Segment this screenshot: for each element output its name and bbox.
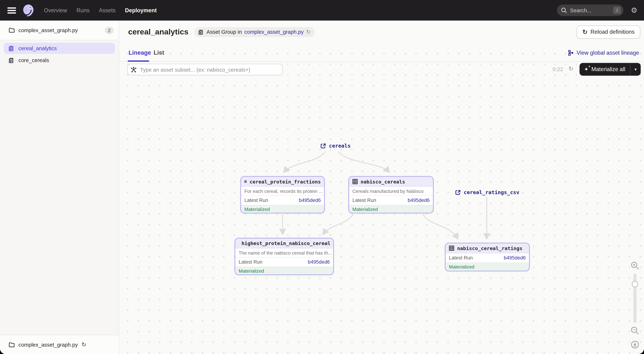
sidebar-footer: complex_asset_graph.py ↻ [0, 335, 119, 354]
asset-group-icon [9, 45, 15, 51]
asset-group-count-badge: 2 [105, 27, 114, 34]
materialize-dropdown-button[interactable]: ▾ [630, 67, 641, 72]
asset-group-pill-text: Asset Group in [206, 29, 242, 35]
latest-run-label: Latest Run [244, 197, 268, 203]
latest-run-link[interactable]: b495ded6 [408, 197, 430, 203]
tab-bar: Lineage List View global asset lineage [119, 43, 644, 62]
tab-lineage[interactable]: Lineage [128, 49, 151, 56]
sidebar-item-label: core_cereals [18, 57, 49, 63]
top-nav-right: / ⚙ [557, 5, 637, 16]
search-icon [560, 7, 567, 14]
view-global-asset-lineage-link[interactable]: View global asset lineage [568, 50, 639, 56]
dagster-app-window: Overview Runs Assets Deployment / ⚙ comp… [0, 0, 644, 354]
asset-node-cereal-protein-fractions[interactable]: cereal_protein_fractions For each cereal… [240, 176, 325, 214]
nav-item-runs[interactable]: Runs [76, 7, 90, 13]
external-link-icon [320, 143, 326, 149]
materialize-all-button[interactable]: ✦ ✦ Materialize all [580, 66, 630, 72]
code-location-name: complex_asset_graph.py [18, 27, 78, 33]
latest-run-label: Latest Run [238, 259, 262, 265]
materialized-status-badge: Materialized [446, 263, 529, 271]
asset-group-list: cereal_analytics core_cereals [0, 40, 119, 335]
latest-run-link[interactable]: b495ded6 [308, 259, 330, 265]
zoom-slider[interactable] [633, 274, 636, 323]
chevron-down-icon: ▾ [635, 67, 636, 72]
active-tab-underline [128, 60, 149, 62]
asset-node-nabisco-cereals[interactable]: nabisco_cereals Cereals manufactured by … [348, 176, 434, 214]
footer-code-location-name: complex_asset_graph.py [18, 341, 78, 348]
refresh-icon: ↻ [582, 28, 588, 36]
asset-node-nabisco-cereal-ratings[interactable]: nabisco_cereal_ratings Latest Run b495de… [445, 243, 530, 272]
asset-name: nabisco_cereal_ratings [457, 245, 522, 251]
folder-icon [9, 28, 15, 33]
asset-name: nabisco_cereals [360, 179, 405, 185]
search-shortcut-badge: / [613, 7, 621, 14]
external-link-icon [455, 190, 461, 195]
materialized-status-badge: Materialized [241, 205, 324, 214]
dagster-logo-icon[interactable] [22, 4, 35, 17]
primary-nav: Overview Runs Assets Deployment [44, 7, 157, 13]
page-title: cereal_analytics [128, 28, 188, 37]
zoom-in-icon[interactable] [630, 261, 640, 270]
nav-item-deployment[interactable]: Deployment [125, 7, 157, 13]
asset-name: cereal_protein_fractions [250, 179, 321, 185]
asset-description: Cereals manufactured by Nabisco [349, 187, 433, 196]
latest-run-label: Latest Run [352, 197, 376, 203]
refresh-icon[interactable]: ↻ [568, 65, 573, 72]
sidebar-item-cereal-analytics[interactable]: cereal_analytics [4, 43, 115, 54]
app-stage: Overview Runs Assets Deployment / ⚙ comp… [0, 0, 644, 354]
refresh-icon[interactable]: ↻ [306, 29, 311, 35]
zoom-slider-handle[interactable] [632, 281, 638, 287]
reload-definitions-button[interactable]: ↻ Reload definitions [576, 25, 640, 39]
global-search: / [557, 5, 623, 16]
external-asset-cereals[interactable]: cereals [320, 143, 351, 149]
latest-run-link[interactable]: b495ded6 [504, 255, 526, 261]
hamburger-menu-icon[interactable] [8, 7, 16, 13]
asset-subset-filter [128, 64, 283, 75]
top-nav-bar: Overview Runs Assets Deployment / ⚙ [0, 0, 644, 21]
code-location-link[interactable]: complex_asset_graph.py [244, 29, 304, 35]
lineage-graph-icon [568, 50, 574, 56]
sidebar-item-core-cereals[interactable]: core_cereals [4, 55, 115, 66]
folder-icon [9, 342, 15, 347]
latest-run-link[interactable]: b495ded6 [299, 197, 321, 203]
materialized-status-badge: Materialized [349, 205, 433, 214]
sidebar: complex_asset_graph.py 2 cereal_analytic… [0, 21, 119, 354]
table-icon [352, 179, 358, 185]
zoom-out-icon[interactable] [630, 326, 640, 335]
materialize-all-button-group: ✦ ✦ Materialize all ▾ [580, 63, 641, 76]
view-global-asset-lineage-label: View global asset lineage [576, 50, 639, 56]
fit-to-view-icon[interactable] [630, 340, 640, 349]
tab-list[interactable]: List [154, 49, 164, 56]
sidebar-item-label: cereal_analytics [18, 45, 57, 51]
reload-definitions-label: Reload definitions [590, 29, 635, 35]
external-asset-label: cereal_ratings_csv [464, 189, 519, 195]
nav-item-overview[interactable]: Overview [44, 7, 67, 13]
asset-subset-input[interactable] [128, 64, 283, 75]
table-icon [244, 179, 247, 185]
page-header: cereal_analytics Asset Group in complex_… [119, 21, 644, 43]
nav-item-assets[interactable]: Assets [99, 7, 116, 13]
external-asset-label: cereals [329, 143, 351, 149]
materialize-all-label: Materialize all [592, 66, 625, 72]
zoom-controls [630, 261, 640, 349]
sidebar-code-location-header[interactable]: complex_asset_graph.py 2 [0, 21, 119, 40]
refresh-icon[interactable]: ↻ [82, 341, 86, 348]
asset-group-icon [9, 57, 15, 63]
materialized-status-badge: Materialized [235, 267, 333, 275]
asset-group-pill: Asset Group in complex_asset_graph.py ↻ [194, 27, 315, 37]
gear-icon[interactable]: ⚙ [631, 7, 638, 14]
latest-run-label: Latest Run [449, 255, 473, 261]
asset-graph-icon [131, 67, 137, 73]
asset-name: highest_protein_nabisco_cereal [242, 240, 330, 246]
sparkle-icon: ✦ ✦ [584, 67, 588, 72]
asset-description: The name of the nabisco cereal that has … [235, 248, 333, 257]
asset-node-highest-protein-nabisco-cereal[interactable]: highest_protein_nabisco_cereal The name … [234, 238, 334, 275]
table-icon [449, 246, 454, 251]
external-asset-cereal-ratings-csv[interactable]: cereal_ratings_csv [455, 189, 519, 195]
asset-group-icon [198, 29, 204, 35]
refresh-timer: 0:22 [553, 66, 563, 72]
main-pane: cereal_analytics Asset Group in complex_… [119, 21, 644, 354]
asset-description: For each cereal, records its protein ... [241, 187, 324, 196]
